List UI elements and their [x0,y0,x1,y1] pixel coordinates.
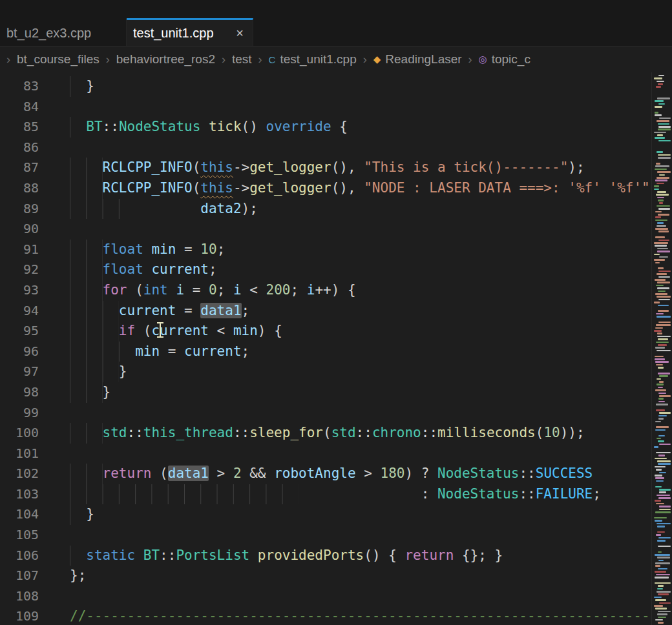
code-line[interactable]: 109//-----------------------------------… [0,606,672,625]
breadcrumb-label: behaviortree_ros2 [116,52,215,67]
line-number[interactable]: 104 [0,504,70,525]
code-text: current = data1; [70,301,249,322]
field-icon: ◎ [479,54,487,65]
breadcrumb-label: test [232,52,252,67]
chevron-right-icon: › [6,53,10,67]
code-line[interactable]: 98 } [0,382,672,403]
code-line[interactable]: 85 BT::NodeStatus tick() override { [0,117,672,138]
breadcrumb-label: topic_c [492,52,530,67]
line-number[interactable]: 108 [0,586,70,607]
breadcrumb-item-bt_course_files[interactable]: bt_course_files [17,52,100,67]
line-number[interactable]: 100 [0,423,70,444]
code-text: return (data1 > 2 && robotAngle > 180) ?… [70,464,593,484]
code-line[interactable]: 88 RCLCPP_INFO(this->get_logger(), "NODE… [0,178,672,199]
close-tab-icon[interactable]: × [236,26,244,41]
code-editor[interactable]: 83 }8485 BT::NodeStatus tick() override … [0,72,672,625]
code-text: }; [70,566,86,586]
code-text: BT::NodeStatus tick() override { [70,117,348,138]
tab-bt_u2_ex3.cpp[interactable]: bt_u2_ex3.cpp [0,18,127,46]
line-number[interactable]: 85 [0,117,70,138]
breadcrumb-item-topic_c[interactable]: ◎topic_c [479,52,530,67]
chevron-right-icon: › [222,53,226,67]
code-line[interactable]: 87 RCLCPP_INFO(this->get_logger(), "This… [0,158,672,178]
line-number[interactable]: 99 [0,403,70,424]
breadcrumb-item-behaviortree_ros2[interactable]: behaviortree_ros2 [116,52,215,67]
line-number[interactable]: 88 [0,178,70,199]
code-line[interactable]: 94 current = data1; [0,301,672,322]
line-number[interactable]: 90 [0,219,70,240]
code-line[interactable]: 99 [0,403,672,424]
code-text: : NodeStatus::FAILURE; [70,484,601,505]
code-line[interactable]: 84 [0,97,672,118]
code-line[interactable]: 96 min = current; [0,342,672,362]
line-number[interactable]: 107 [0,566,70,586]
code-line[interactable]: 92 float current; [0,260,672,280]
minimap[interactable] [651,72,672,625]
line-number[interactable]: 97 [0,362,70,382]
code-line[interactable]: 107}; [0,566,672,586]
code-text: RCLCPP_INFO(this->get_logger(), "This is… [70,158,585,178]
code-line[interactable]: 95 if (current < min) { [0,321,672,342]
code-text: RCLCPP_INFO(this->get_logger(), "NODE : … [70,178,672,199]
code-line[interactable]: 101 [0,444,672,464]
line-number[interactable]: 95 [0,321,70,342]
code-text: static BT::PortsList providedPorts() { r… [70,546,503,566]
breadcrumb-label: bt_course_files [17,52,100,67]
line-number[interactable]: 109 [0,606,70,625]
code-text: } [70,76,94,97]
tab-label: test_unit1.cpp [133,26,214,41]
breadcrumb-item-test[interactable]: test [232,52,252,67]
chevron-right-icon: › [363,53,367,67]
code-text: } [70,382,110,403]
code-text: } [70,362,127,382]
line-number[interactable]: 102 [0,464,70,484]
code-text: //--------------------------------------… [70,606,650,625]
line-number[interactable]: 87 [0,158,70,178]
line-number[interactable]: 83 [0,76,70,97]
code-line[interactable]: 91 float min = 10; [0,240,672,260]
line-number[interactable]: 98 [0,382,70,403]
tab-bar: bt_u2_ex3.cpptest_unit1.cpp× [0,18,672,46]
code-line[interactable]: 83 } [0,76,672,97]
cpp-file-icon: C [269,54,276,65]
line-number[interactable]: 91 [0,240,70,260]
code-line[interactable]: 108 [0,586,672,607]
breadcrumb-label: test_unit1.cpp [280,52,356,67]
code-line[interactable]: 90 [0,219,672,240]
code-line[interactable]: 104 } [0,504,672,525]
code-text: std::this_thread::sleep_for(std::chrono:… [70,423,585,444]
line-number[interactable]: 94 [0,301,70,322]
breadcrumb-item-test_unit1.cpp[interactable]: Ctest_unit1.cpp [269,52,357,67]
code-line[interactable]: 100 std::this_thread::sleep_for(std::chr… [0,423,672,444]
chevron-right-icon: › [106,53,110,67]
breadcrumb-label: ReadingLaser [385,52,461,67]
breadcrumb-item-ReadingLaser[interactable]: ◆ReadingLaser [373,52,462,67]
code-text: min = current; [70,342,249,362]
line-number[interactable]: 106 [0,546,70,566]
line-number[interactable]: 84 [0,97,70,118]
breadcrumb: ›bt_course_files›behaviortree_ros2›test›… [0,46,672,72]
code-lines: 83 }8485 BT::NodeStatus tick() override … [0,72,672,625]
line-number[interactable]: 93 [0,280,70,301]
line-number[interactable]: 103 [0,484,70,505]
tab-label: bt_u2_ex3.cpp [6,26,91,41]
code-line[interactable]: 105 [0,525,672,546]
code-line[interactable]: 86 [0,138,672,158]
code-line[interactable]: 93 for (int i = 0; i < 200; i++) { [0,280,672,301]
code-line[interactable]: 89 data2); [0,199,672,220]
line-number[interactable]: 101 [0,444,70,464]
code-line[interactable]: 97 } [0,362,672,382]
line-number[interactable]: 89 [0,199,70,220]
tab-test_unit1.cpp[interactable]: test_unit1.cpp× [127,18,253,46]
line-number[interactable]: 105 [0,525,70,546]
code-text: if (current < min) { [70,321,282,342]
line-number[interactable]: 96 [0,342,70,362]
code-text: data2); [70,199,258,220]
code-line[interactable]: 106 static BT::PortsList providedPorts()… [0,546,672,566]
title-bar [0,0,672,18]
code-line[interactable]: 103 : NodeStatus::FAILURE; [0,484,672,505]
class-icon: ◆ [373,54,381,65]
code-line[interactable]: 102 return (data1 > 2 && robotAngle > 18… [0,464,672,484]
line-number[interactable]: 92 [0,260,70,280]
line-number[interactable]: 86 [0,138,70,158]
